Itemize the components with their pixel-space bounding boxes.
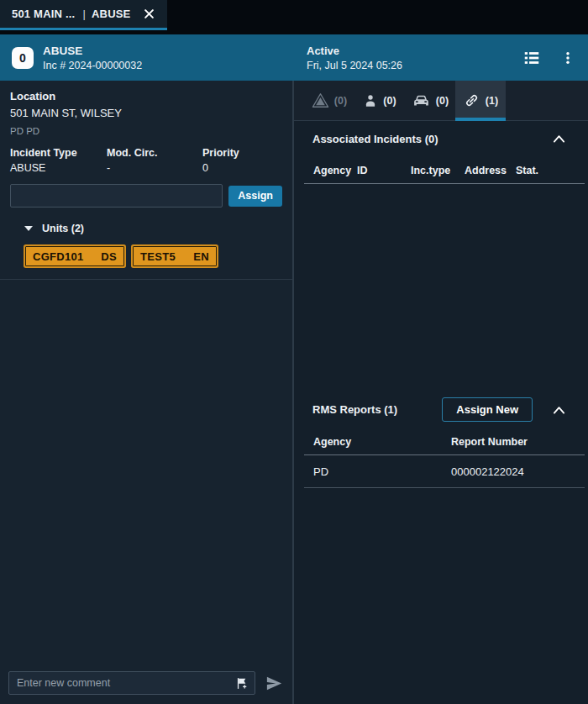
cad-incident-window: 501 MAIN ... | ABUSE 0 ABUSE Inc # 2024-… bbox=[0, 0, 588, 704]
field-mod-circ: Mod. Circ. - bbox=[107, 147, 202, 174]
associated-incidents-title: Associated Incidents (0) bbox=[312, 133, 550, 145]
close-icon bbox=[143, 8, 155, 20]
report-number: 000002122024 bbox=[451, 465, 588, 478]
flag-comment-button[interactable] bbox=[233, 675, 250, 692]
more-options-button[interactable] bbox=[559, 49, 577, 67]
rms-report-row[interactable]: PD 000002122024 bbox=[294, 455, 588, 487]
caret-down-icon bbox=[24, 226, 33, 231]
kebab-menu-icon bbox=[560, 50, 575, 66]
units-comments-divider bbox=[0, 279, 292, 280]
column-agency: Agency bbox=[313, 165, 357, 176]
tab-alerts-count: (0) bbox=[334, 95, 347, 107]
tab-vehicles[interactable]: (0) bbox=[405, 81, 455, 120]
unit-status: DS bbox=[101, 250, 117, 263]
status-label: Active bbox=[307, 45, 402, 57]
priority-label: Priority bbox=[202, 147, 282, 159]
unit-chip[interactable]: TEST5 EN bbox=[133, 246, 217, 266]
tab-linked-count: (1) bbox=[486, 95, 498, 107]
incident-type-value: ABUSE bbox=[10, 162, 107, 174]
incident-fields: Incident Type ABUSE Mod. Circ. - Priorit… bbox=[10, 147, 282, 174]
tab-alerts[interactable]: (0) bbox=[304, 81, 354, 120]
unit-chip[interactable]: CGFD101 DS bbox=[25, 246, 124, 266]
flag-add-icon bbox=[234, 676, 249, 691]
chevron-up-icon bbox=[552, 133, 566, 144]
incident-header: 0 ABUSE Inc # 2024-00000032 Active Fri, … bbox=[0, 34, 588, 81]
incident-detail-panel: Location 501 MAIN ST, WILSEY PD PD Incid… bbox=[0, 81, 294, 704]
incident-window-tab[interactable]: 501 MAIN ... | ABUSE bbox=[0, 0, 167, 30]
collapse-rms-reports-button[interactable] bbox=[550, 402, 568, 418]
tab-persons[interactable]: (0) bbox=[354, 81, 405, 120]
tab-persons-count: (0) bbox=[383, 95, 396, 107]
column-report-number: Report Number bbox=[451, 436, 588, 448]
units-label: Units (2) bbox=[42, 223, 84, 234]
tab-linked-incidents[interactable]: (1) bbox=[455, 81, 506, 120]
column-stat: Stat. bbox=[516, 165, 576, 176]
associations-panel: (0) (0) (0) bbox=[294, 81, 588, 704]
rms-reports-columns: Agency Report Number bbox=[294, 436, 588, 448]
unit-name: TEST5 bbox=[140, 250, 176, 263]
assign-new-report-button[interactable]: Assign New bbox=[442, 397, 533, 422]
list-view-icon bbox=[522, 49, 541, 67]
rms-reports-section: RMS Reports (1) Assign New Agency Report… bbox=[294, 397, 588, 488]
comment-input-box bbox=[8, 671, 255, 695]
comment-input[interactable] bbox=[17, 677, 229, 689]
incident-type-label: Incident Type bbox=[10, 147, 107, 159]
warning-triangle-icon bbox=[312, 92, 329, 108]
report-agency: PD bbox=[313, 465, 451, 478]
table-row-divider bbox=[304, 487, 585, 488]
rms-reports-title: RMS Reports (1) bbox=[312, 403, 442, 416]
unit-status: EN bbox=[193, 250, 209, 263]
rms-reports-header: RMS Reports (1) Assign New bbox=[312, 397, 568, 422]
incident-status-block: Active Fri, Jul 5 2024 05:26 bbox=[307, 45, 402, 71]
incident-title-block: ABUSE Inc # 2024-00000032 bbox=[43, 45, 142, 71]
person-icon bbox=[363, 92, 378, 109]
location-label: Location bbox=[10, 90, 282, 102]
location-section: Location 501 MAIN ST, WILSEY PD PD Incid… bbox=[0, 90, 292, 266]
chevron-up-icon bbox=[552, 404, 566, 416]
column-inc-type: Inc.type bbox=[411, 165, 465, 176]
send-icon bbox=[265, 674, 284, 693]
tab-separator: | bbox=[82, 8, 86, 20]
unit-name: CGFD101 bbox=[33, 250, 84, 263]
location-address: 501 MAIN ST, WILSEY bbox=[10, 107, 282, 119]
list-view-button[interactable] bbox=[521, 47, 543, 69]
tab-vehicles-count: (0) bbox=[436, 95, 449, 107]
association-tabs: (0) (0) (0) bbox=[294, 81, 588, 121]
field-priority: Priority 0 bbox=[202, 147, 282, 174]
location-agency: PD PD bbox=[10, 126, 282, 136]
unit-chip-list: CGFD101 DS TEST5 EN bbox=[10, 246, 282, 266]
priority-value: 0 bbox=[202, 162, 282, 174]
assign-unit-input[interactable] bbox=[10, 184, 223, 208]
link-icon bbox=[463, 92, 480, 109]
column-agency: Agency bbox=[313, 436, 451, 448]
priority-badge: 0 bbox=[12, 47, 34, 69]
associated-incidents-section: Associated Incidents (0) Agency ID Inc.t… bbox=[294, 131, 588, 397]
column-address: Address bbox=[465, 165, 516, 176]
units-toggle[interactable]: Units (2) bbox=[10, 223, 282, 234]
send-comment-button[interactable] bbox=[263, 672, 286, 695]
associated-incidents-columns: Agency ID Inc.type Address Stat. bbox=[294, 165, 588, 176]
main-split: Location 501 MAIN ST, WILSEY PD PD Incid… bbox=[0, 81, 588, 704]
tab-incident-type-label: ABUSE bbox=[92, 8, 131, 20]
comment-bar bbox=[8, 671, 286, 695]
window-tab-strip: 501 MAIN ... | ABUSE bbox=[0, 0, 588, 30]
field-incident-type: Incident Type ABUSE bbox=[10, 147, 107, 174]
incident-type-title: ABUSE bbox=[43, 45, 142, 57]
header-actions bbox=[521, 47, 577, 69]
assign-unit-row: Assign bbox=[10, 184, 282, 208]
tab-address-label: 501 MAIN ... bbox=[12, 8, 75, 20]
car-icon bbox=[412, 92, 431, 109]
incident-number: Inc # 2024-00000032 bbox=[43, 60, 142, 71]
mod-circ-value: - bbox=[107, 162, 202, 174]
collapse-associated-incidents-button[interactable] bbox=[550, 131, 568, 146]
assign-button[interactable]: Assign bbox=[228, 186, 282, 207]
column-id: ID bbox=[357, 165, 411, 176]
associated-incidents-header: Associated Incidents (0) bbox=[312, 131, 568, 146]
tab-close-button[interactable] bbox=[136, 8, 155, 20]
status-datetime: Fri, Jul 5 2024 05:26 bbox=[307, 60, 402, 71]
mod-circ-label: Mod. Circ. bbox=[107, 147, 202, 159]
associated-incidents-empty-area bbox=[294, 184, 588, 397]
